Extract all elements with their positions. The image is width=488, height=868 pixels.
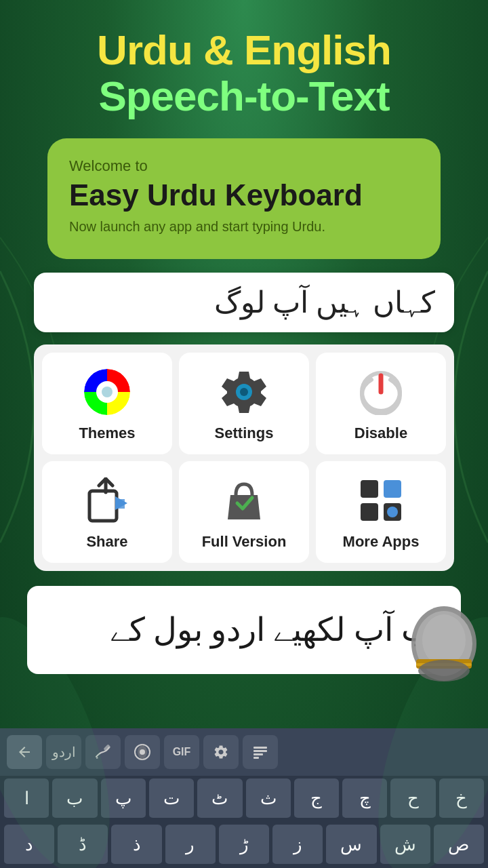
svg-rect-12 <box>361 503 378 521</box>
settings-label: Settings <box>215 425 274 442</box>
svg-rect-8 <box>89 491 117 521</box>
themes-label: Themes <box>79 425 135 442</box>
svg-point-14 <box>387 507 398 517</box>
app-name: Easy Urdu Keyboard <box>69 179 419 212</box>
title-section: Urdu & English Speech-to-Text <box>0 0 488 119</box>
feature-grid: Themes Settings <box>34 344 454 571</box>
more-apps-label: More Apps <box>343 533 420 551</box>
full-version-label: Full Version <box>202 533 287 551</box>
svg-point-20 <box>418 660 470 682</box>
color-wheel-icon <box>83 368 131 416</box>
title-line2: Speech-to-Text <box>0 73 488 119</box>
svg-rect-10 <box>361 480 378 498</box>
more-apps-button[interactable]: More Apps <box>316 461 446 563</box>
disable-button[interactable]: Disable <box>316 353 446 454</box>
power-icon <box>357 368 405 416</box>
welcome-subtitle: Now launch any app and start typing Urdu… <box>69 219 419 235</box>
svg-rect-11 <box>384 480 401 498</box>
title-line1: Urdu & English <box>0 27 488 73</box>
microphone-icon[interactable] <box>400 599 488 688</box>
svg-point-4 <box>102 387 113 397</box>
share-icon <box>83 476 131 525</box>
welcome-card: Welcome to Easy Urdu Keyboard Now launch… <box>47 138 441 258</box>
urdu-input-text: کہاں ہیں آپ لوگ <box>214 285 435 320</box>
bag-icon <box>220 476 268 525</box>
urdu-promo-text: اب آپ لکھیے اردو بول کے <box>41 609 447 651</box>
share-button[interactable]: Share <box>42 461 172 563</box>
welcome-to-label: Welcome to <box>69 157 419 175</box>
apps-icon <box>357 476 405 525</box>
disable-label: Disable <box>354 425 407 442</box>
gear-icon <box>220 368 268 416</box>
full-version-button[interactable]: Full Version <box>179 461 309 563</box>
settings-button[interactable]: Settings <box>179 353 309 454</box>
share-label: Share <box>86 533 127 551</box>
urdu-promo-section: اب آپ لکھیے اردو بول کے <box>27 586 461 674</box>
svg-point-6 <box>240 388 248 396</box>
themes-button[interactable]: Themes <box>42 353 172 454</box>
urdu-input-bar[interactable]: کہاں ہیں آپ لوگ <box>34 273 454 332</box>
svg-point-17 <box>422 614 466 666</box>
